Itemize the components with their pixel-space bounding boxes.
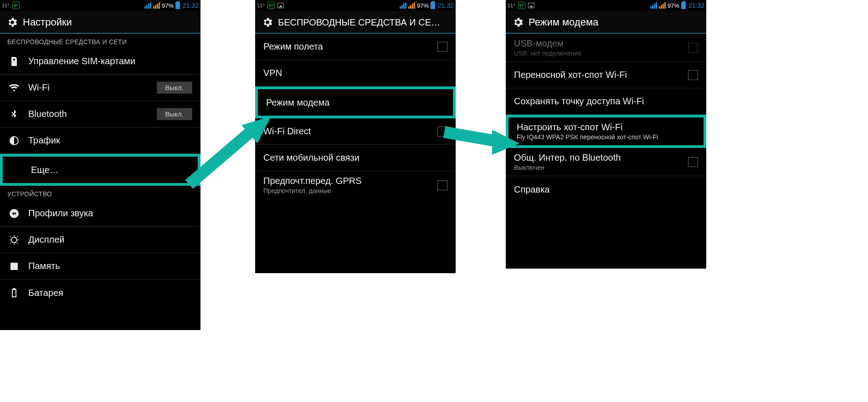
row-bluetooth[interactable]: Bluetooth Выкл. [0, 101, 200, 127]
wifi-toggle[interactable]: Выкл. [157, 81, 192, 94]
row-label: Дисплей [28, 234, 192, 245]
status-clock: 21:32 [688, 2, 704, 9]
row-label: Режим модема [266, 97, 445, 108]
status-clock: 21:32 [438, 2, 454, 9]
row-label: Управление SIM-картами [28, 56, 192, 66]
row-vpn[interactable]: VPN [255, 60, 456, 87]
row-save-access-point[interactable]: Сохранять точку доступа Wi-Fi [506, 88, 706, 115]
row-label: Память [28, 261, 192, 271]
status-temperature: 11° [257, 3, 265, 8]
row-usb-modem: USB-модем USB: нет подключения [506, 34, 706, 62]
battery-icon [681, 2, 686, 9]
app-title: Настройки [23, 16, 72, 28]
signal-2-icon [659, 2, 666, 9]
row-airplane-mode[interactable]: Режим полета [255, 34, 456, 60]
airplane-checkbox[interactable] [437, 42, 447, 52]
bluetooth-icon [8, 108, 20, 120]
row-label: Батарея [28, 288, 192, 298]
status-clock: 21:32 [183, 2, 199, 9]
status-battery-pct: 97% [162, 2, 174, 9]
status-bar: 11° 97 97% 21:32 [506, 0, 706, 11]
row-label: Сети мобильной связи [263, 153, 447, 163]
blank-icon [11, 164, 23, 176]
row-mobile-networks[interactable]: Сети мобильной связи [255, 145, 456, 171]
row-label: Настроить хот-спот Wi-Fi [517, 122, 695, 132]
gear-icon [512, 16, 524, 28]
row-label: Справка [514, 184, 698, 195]
row-bluetooth-tethering[interactable]: Общ. Интер. по Bluetooth Выключен [506, 148, 706, 176]
highlight-tethering: Режим модема [255, 87, 456, 118]
signal-1-icon [144, 2, 151, 9]
row-wifi[interactable]: Wi-Fi Выкл. [0, 75, 200, 101]
app-bar: Настройки [0, 11, 200, 34]
status-badge: 97 [12, 2, 20, 9]
bluetooth-tether-checkbox[interactable] [688, 157, 698, 167]
highlight-more: Еще… [0, 154, 200, 186]
row-sublabel: Выключен [514, 164, 680, 171]
signal-1-icon [650, 2, 657, 9]
section-wireless: БЕСПРОВОДНЫЕ СРЕДСТВА И СЕТИ [0, 34, 200, 48]
picture-icon [277, 3, 284, 8]
phone-screen-2: 11° 97 97% 21:32 БЕСПРОВОДНЫЕ СРЕДСТВА И… [255, 0, 456, 273]
row-label: Переносной хот-спот Wi-Fi [514, 70, 680, 80]
row-configure-hotspot[interactable]: Настроить хот-спот Wi-Fi Fly IQ443 WPA2 … [508, 117, 704, 145]
signal-2-icon [408, 2, 415, 9]
row-label: USB-модем [514, 38, 680, 49]
wifi-icon [8, 82, 20, 94]
traffic-icon [8, 135, 20, 147]
status-battery-pct: 97% [668, 2, 679, 9]
display-icon [8, 234, 20, 246]
battery-icon [175, 2, 180, 9]
status-temperature: 11° [508, 3, 515, 8]
row-sublabel: Предпочтител. данные [263, 187, 429, 194]
status-badge: 97 [518, 2, 525, 9]
status-bar: 11° 97 97% 21:32 [0, 0, 200, 11]
status-badge: 97 [267, 2, 275, 9]
row-label: Сохранять точку доступа Wi-Fi [514, 96, 698, 107]
highlight-configure-hotspot: Настроить хот-спот Wi-Fi Fly IQ443 WPA2 … [506, 115, 706, 148]
row-label: Bluetooth [28, 109, 149, 119]
row-label: Wi-Fi Direct [263, 126, 429, 137]
gprs-checkbox[interactable] [437, 180, 447, 190]
row-traffic[interactable]: Трафик [0, 127, 200, 154]
status-battery-pct: 97% [417, 2, 429, 9]
gear-icon [6, 16, 18, 28]
row-gprs-preference[interactable]: Предпочт.перед. GPRS Предпочтител. данны… [255, 171, 456, 199]
row-help[interactable]: Справка [506, 176, 706, 203]
row-sublabel: Fly IQ443 WPA2 PSK переносной хот-спот W… [517, 133, 695, 141]
app-title: БЕСПРОВОДНЫЕ СРЕДСТВА И СЕ… [278, 17, 440, 28]
sound-icon [8, 208, 20, 219]
status-bar: 11° 97 97% 21:32 [255, 0, 456, 11]
gear-icon [262, 16, 273, 28]
app-bar: БЕСПРОВОДНЫЕ СРЕДСТВА И СЕ… [255, 11, 456, 34]
row-sound-profiles[interactable]: Профили звука [0, 200, 200, 227]
battery-icon [431, 2, 435, 9]
row-memory[interactable]: Память [0, 253, 200, 280]
battery-row-icon [8, 287, 20, 299]
row-display[interactable]: Дисплей [0, 227, 200, 253]
row-label: Режим полета [263, 41, 429, 52]
row-label: Предпочт.перед. GPRS [263, 176, 429, 186]
section-device: УСТРОЙСТВО [0, 186, 200, 200]
phone-screen-1: 11° 97 97% 21:32 Настройки БЕСПРОВОДНЫЕ … [0, 0, 200, 330]
wifi-direct-checkbox[interactable] [437, 127, 447, 137]
row-sim-management[interactable]: Управление SIM-картами [0, 48, 200, 75]
row-sublabel: USB: нет подключения [514, 50, 680, 57]
row-label: Общ. Интер. по Bluetooth [514, 153, 680, 163]
row-wifi-direct[interactable]: Wi-Fi Direct [255, 118, 456, 145]
row-tethering[interactable]: Режим модема [258, 89, 453, 116]
hotspot-checkbox[interactable] [688, 70, 698, 80]
row-label: VPN [263, 68, 447, 78]
phone-screen-3: 11° 97 97% 21:32 Режим модема USB-модем … [506, 0, 706, 269]
picture-icon [528, 3, 534, 8]
row-label: Еще… [31, 165, 190, 175]
app-title: Режим модема [529, 16, 598, 28]
row-battery[interactable]: Батарея [0, 280, 200, 306]
bluetooth-toggle[interactable]: Выкл. [157, 108, 192, 120]
app-bar: Режим модема [506, 11, 706, 34]
row-label: Wi-Fi [28, 82, 149, 93]
status-temperature: 11° [2, 3, 10, 8]
row-more[interactable]: Еще… [3, 157, 198, 183]
row-portable-hotspot[interactable]: Переносной хот-спот Wi-Fi [506, 62, 706, 88]
memory-icon [8, 260, 20, 272]
